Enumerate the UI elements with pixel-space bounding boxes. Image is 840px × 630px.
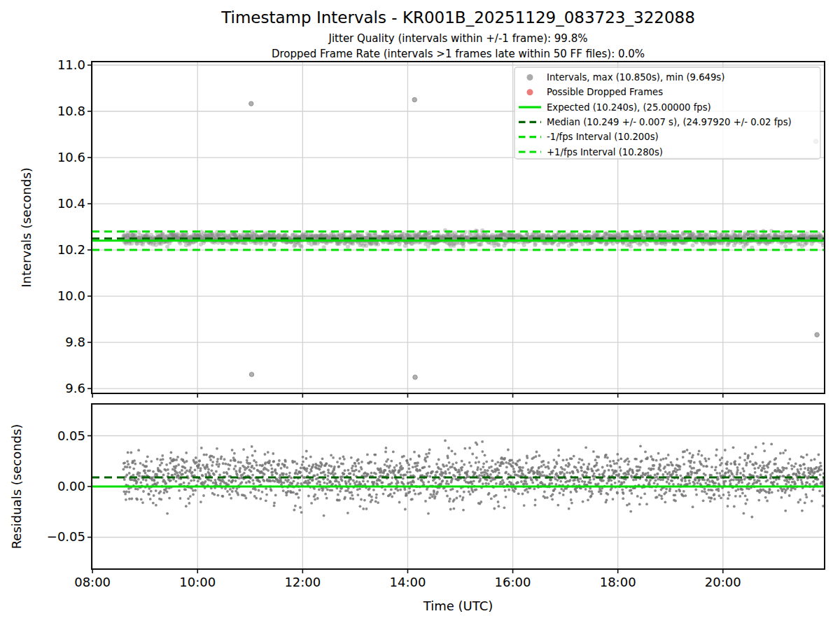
residual-point xyxy=(296,493,299,496)
residual-point xyxy=(754,471,757,474)
residual-point xyxy=(800,479,803,482)
residual-point xyxy=(152,470,155,473)
residual-point xyxy=(766,466,769,469)
residual-point xyxy=(804,501,806,504)
residual-point xyxy=(706,492,708,495)
residual-point xyxy=(300,467,302,470)
residual-point xyxy=(285,493,288,496)
residual-point xyxy=(643,493,646,496)
residual-point xyxy=(299,506,302,509)
residual-point xyxy=(568,507,570,510)
residual-point xyxy=(526,491,529,493)
residual-point xyxy=(132,468,135,470)
residual-point xyxy=(683,450,686,453)
residual-point xyxy=(188,502,191,505)
residual-point xyxy=(737,488,740,491)
residual-point xyxy=(166,512,169,515)
residual-point xyxy=(484,454,486,456)
residual-point xyxy=(482,462,485,465)
residual-point xyxy=(237,493,239,496)
residual-point xyxy=(621,489,624,491)
residual-point xyxy=(453,507,456,510)
residual-point xyxy=(547,467,550,470)
residual-point xyxy=(134,463,136,465)
residual-point xyxy=(402,483,405,486)
residual-point xyxy=(490,498,493,500)
residual-point xyxy=(801,510,804,512)
residual-point xyxy=(584,488,587,491)
residual-point xyxy=(156,458,159,461)
residual-point xyxy=(401,467,404,470)
residual-point xyxy=(741,468,744,470)
residual-point xyxy=(692,467,695,470)
residual-point xyxy=(262,479,265,482)
residual-point xyxy=(222,495,225,498)
residual-point xyxy=(345,482,348,485)
residual-point xyxy=(710,465,713,468)
residual-point xyxy=(718,489,720,492)
residual-point xyxy=(572,472,575,475)
residual-point xyxy=(790,489,792,491)
residual-point xyxy=(392,451,395,454)
residual-point xyxy=(367,472,370,475)
residual-point xyxy=(284,464,286,467)
residual-point xyxy=(386,458,389,461)
residual-point xyxy=(748,482,750,485)
residual-point xyxy=(293,509,296,512)
residual-point xyxy=(782,451,785,454)
subtitle-jitter-quality: Jitter Quality (intervals within +/-1 fr… xyxy=(328,32,588,45)
interval-point xyxy=(376,242,380,246)
residual-point xyxy=(284,460,287,463)
residual-point xyxy=(178,489,181,492)
residual-point xyxy=(181,469,183,472)
residual-point xyxy=(444,489,447,492)
residual-point xyxy=(555,483,558,486)
residual-point xyxy=(582,463,585,466)
residual-point xyxy=(727,505,729,507)
residual-point xyxy=(763,468,766,470)
legend-item: Median (10.249 +/- 0.007 s), (24.97920 +… xyxy=(519,117,792,127)
residual-point xyxy=(518,458,521,461)
residual-point xyxy=(568,463,571,466)
residual-point xyxy=(556,463,559,465)
residual-point xyxy=(293,461,296,463)
residual-point xyxy=(245,482,248,484)
legend-dot-marker xyxy=(527,89,533,95)
residual-point xyxy=(356,480,358,483)
residual-point xyxy=(682,490,685,493)
residual-point xyxy=(349,472,352,475)
residual-point xyxy=(507,472,510,475)
residual-point xyxy=(336,461,339,463)
residual-point xyxy=(180,483,183,486)
residual-point xyxy=(125,498,127,501)
residual-point xyxy=(649,479,652,482)
residual-point xyxy=(747,454,750,457)
residual-point xyxy=(591,492,594,495)
subtitle-dropped-frame-rate: Dropped Frame Rate (intervals >1 frames … xyxy=(272,48,645,60)
residual-point xyxy=(638,503,641,506)
residual-point xyxy=(349,497,352,500)
residual-point xyxy=(198,459,201,462)
residual-point xyxy=(286,466,288,469)
residual-point xyxy=(358,470,360,472)
residual-point xyxy=(468,461,471,464)
residual-point xyxy=(449,498,451,500)
residual-point xyxy=(720,462,723,465)
residual-point xyxy=(202,475,204,477)
residual-point xyxy=(667,454,670,456)
residual-point xyxy=(285,473,288,476)
residual-point xyxy=(302,461,304,463)
residual-point xyxy=(811,500,813,503)
residuals-y-tick-label: −0.05 xyxy=(47,529,85,544)
residual-point xyxy=(763,449,766,452)
residual-point xyxy=(162,474,165,477)
residual-point xyxy=(241,481,244,484)
residual-point xyxy=(203,454,206,456)
residual-point xyxy=(292,491,295,494)
residual-point xyxy=(657,452,660,455)
legend-label: +1/fps Interval (10.280s) xyxy=(547,147,663,158)
residual-point xyxy=(152,502,155,505)
residual-point xyxy=(472,491,475,493)
residual-point xyxy=(186,470,188,472)
residual-point xyxy=(139,472,141,475)
